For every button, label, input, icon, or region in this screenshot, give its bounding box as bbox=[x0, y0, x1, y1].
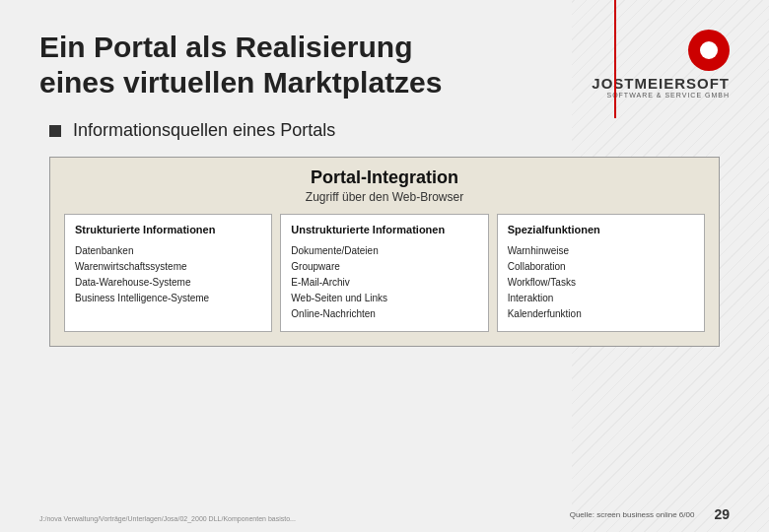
list-item: Warenwirtschaftssysteme bbox=[75, 260, 261, 273]
col-items-2: Warnhinweise Collaboration Workflow/Task… bbox=[508, 244, 694, 320]
diagram-subtitle: Zugriff über den Web-Browser bbox=[64, 190, 705, 204]
main-title: Ein Portal als Realisierung eines virtue… bbox=[39, 30, 572, 100]
list-item: Warnhinweise bbox=[508, 244, 694, 257]
list-item: Dokumente/Dateien bbox=[291, 244, 477, 257]
title-line2: eines virtuellen Marktplatzes bbox=[39, 66, 443, 99]
column-unstructured: Unstrukturierte Informationen Dokumente/… bbox=[280, 214, 488, 332]
bullet-section: Informationsquellen eines Portals bbox=[49, 120, 730, 141]
footer: Quelle: screen business online 6/00 29 bbox=[570, 506, 730, 522]
title-line1: Ein Portal als Realisierung bbox=[39, 31, 412, 63]
list-item: Business Intelligence-Systeme bbox=[75, 292, 261, 304]
list-item: Online-Nachrichten bbox=[291, 307, 477, 320]
list-item: Workflow/Tasks bbox=[508, 276, 694, 289]
red-divider bbox=[614, 0, 616, 118]
diagram-container: Portal-Integration Zugriff über den Web-… bbox=[49, 157, 720, 347]
col-header-1: Unstrukturierte Informationen bbox=[291, 223, 477, 236]
logo-icon bbox=[688, 30, 730, 71]
list-item: Collaboration bbox=[508, 260, 694, 273]
logo-block: JOSTMEIERSOFT SOFTWARE & SERVICE GMBH bbox=[572, 30, 730, 99]
bullet-label: Informationsquellen eines Portals bbox=[73, 120, 335, 141]
diagram-title: Portal-Integration bbox=[64, 167, 705, 188]
col-header-0: Strukturierte Informationen bbox=[75, 223, 261, 236]
footer-path: J:/nova Verwaltung/Vorträge/Unterlagen/J… bbox=[39, 515, 296, 522]
list-item: Kalenderfunktion bbox=[508, 307, 694, 320]
logo-name: JOSTMEIERSOFT bbox=[592, 75, 730, 92]
bullet-icon bbox=[49, 125, 61, 137]
list-item: Datenbanken bbox=[75, 244, 261, 257]
title-block: Ein Portal als Realisierung eines virtue… bbox=[39, 30, 572, 100]
column-structured: Strukturierte Informationen Datenbanken … bbox=[64, 214, 272, 332]
list-item: Web-Seiten und Links bbox=[291, 292, 477, 304]
list-item: E-Mail-Archiv bbox=[291, 276, 477, 289]
slide: Ein Portal als Realisierung eines virtue… bbox=[0, 0, 769, 532]
column-special: Spezialfunktionen Warnhinweise Collabora… bbox=[497, 214, 705, 332]
col-items-0: Datenbanken Warenwirtschaftssysteme Data… bbox=[75, 244, 261, 304]
list-item: Groupware bbox=[291, 260, 477, 273]
path-text: J:/nova Verwaltung/Vorträge/Unterlagen/J… bbox=[39, 515, 296, 522]
header-row: Ein Portal als Realisierung eines virtue… bbox=[39, 30, 730, 100]
list-item: Interaktion bbox=[508, 292, 694, 304]
logo-sub: SOFTWARE & SERVICE GMBH bbox=[606, 92, 730, 99]
col-items-1: Dokumente/Dateien Groupware E-Mail-Archi… bbox=[291, 244, 477, 320]
source-text: Quelle: screen business online 6/00 bbox=[570, 510, 695, 519]
list-item: Data-Warehouse-Systeme bbox=[75, 276, 261, 289]
col-header-2: Spezialfunktionen bbox=[508, 223, 694, 236]
columns-row: Strukturierte Informationen Datenbanken … bbox=[64, 214, 705, 332]
page-number: 29 bbox=[714, 506, 730, 522]
